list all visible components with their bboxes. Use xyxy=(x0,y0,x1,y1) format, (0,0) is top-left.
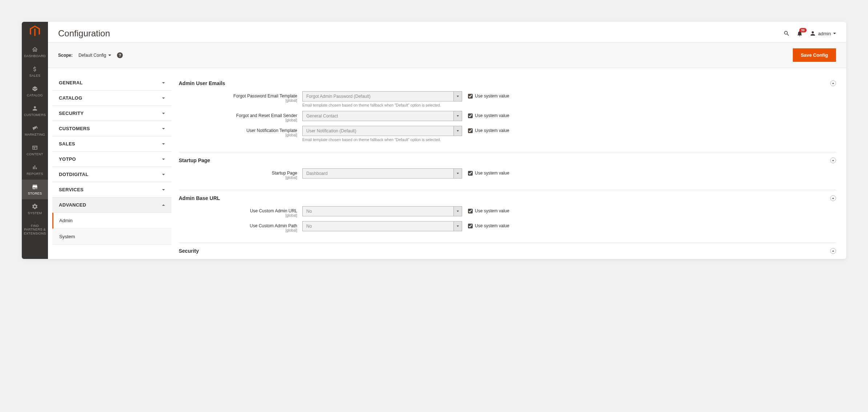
gear-icon xyxy=(32,203,38,210)
collapse-icon xyxy=(830,80,836,86)
field-row: Use Custom Admin URL[global]NoUse system… xyxy=(179,206,836,217)
search-button[interactable] xyxy=(783,30,790,37)
notifications-button[interactable]: 39 xyxy=(796,30,803,37)
section-admin-user-emails: Admin User Emails Forgot Password Email … xyxy=(179,75,836,152)
use-system-value[interactable]: Use system value xyxy=(462,206,509,213)
select-input[interactable]: No xyxy=(302,206,462,216)
config-tab-services[interactable]: SERVICES xyxy=(52,182,171,197)
field-label: Forgot Password Email Template xyxy=(179,93,297,99)
field-label: Use Custom Admin URL xyxy=(179,208,297,213)
nav-find-partners-extensions[interactable]: FIND PARTNERS & EXTENSIONS xyxy=(22,219,48,239)
field-label: Use Custom Admin Path xyxy=(179,223,297,228)
config-tab-yotpo[interactable]: YOTPO xyxy=(52,152,171,167)
field-label: Startup Page xyxy=(179,171,297,176)
chevron-down-icon xyxy=(162,97,165,99)
chevron-up-icon xyxy=(162,204,165,206)
select-input[interactable]: Dashboard xyxy=(302,168,462,179)
field-label: User Notification Template xyxy=(179,128,297,133)
config-tab-advanced[interactable]: ADVANCED xyxy=(52,197,171,213)
section-security: Security xyxy=(179,243,836,259)
chevron-down-icon xyxy=(162,113,165,114)
partners-icon xyxy=(32,222,38,223)
chevron-down-icon xyxy=(162,159,165,160)
nav-stores[interactable]: STORES xyxy=(22,180,48,199)
use-system-checkbox[interactable] xyxy=(468,128,473,133)
user-menu[interactable]: admin xyxy=(810,30,836,37)
help-icon[interactable]: ? xyxy=(117,52,123,58)
nav-reports[interactable]: REPORTS xyxy=(22,160,48,180)
use-system-value[interactable]: Use system value xyxy=(462,168,509,176)
select-input[interactable]: General Contact xyxy=(302,111,462,121)
chevron-down-icon xyxy=(162,189,165,191)
field-note: Email template chosen based on theme fal… xyxy=(302,103,462,107)
section-header[interactable]: Admin User Emails xyxy=(179,75,836,91)
use-system-checkbox[interactable] xyxy=(468,209,473,213)
config-tab-customers[interactable]: CUSTOMERS xyxy=(52,121,171,136)
notification-badge: 39 xyxy=(799,28,807,32)
dropdown-button[interactable] xyxy=(453,206,462,216)
section-header[interactable]: Startup Page xyxy=(179,152,836,168)
nav-customers[interactable]: CUSTOMERS xyxy=(22,101,48,121)
config-main: Admin User Emails Forgot Password Email … xyxy=(171,68,846,259)
config-tab-dotdigital[interactable]: DOTDIGITAL xyxy=(52,167,171,182)
field-label: Forgot and Reset Email Sender xyxy=(179,113,297,118)
section-admin-base-url: Admin Base URL Use Custom Admin URL[glob… xyxy=(179,190,836,243)
config-tab-catalog[interactable]: CATALOG xyxy=(52,91,171,106)
dropdown-button[interactable] xyxy=(453,221,462,231)
chevron-down-icon xyxy=(162,82,165,84)
use-system-value[interactable]: Use system value xyxy=(462,221,509,228)
select-input[interactable]: Forgot Admin Password (Default) xyxy=(302,91,462,101)
config-nav: GENERALCATALOGSECURITYCUSTOMERSSALESYOTP… xyxy=(48,68,171,259)
dropdown-button[interactable] xyxy=(453,91,462,101)
nav-content[interactable]: CONTENT xyxy=(22,140,48,160)
use-system-checkbox[interactable] xyxy=(468,94,473,99)
collapse-icon xyxy=(830,157,836,163)
megaphone-icon xyxy=(32,125,38,131)
nav-dashboard[interactable]: DASHBOARD xyxy=(22,42,48,62)
chevron-down-icon xyxy=(162,143,165,145)
use-system-value[interactable]: Use system value xyxy=(462,126,509,133)
nav-sales[interactable]: SALES xyxy=(22,62,48,81)
config-tab-general[interactable]: GENERAL xyxy=(52,75,171,91)
use-system-value[interactable]: Use system value xyxy=(462,111,509,118)
field-row: Forgot Password Email Template[global]Fo… xyxy=(179,91,836,107)
config-tab-security[interactable]: SECURITY xyxy=(52,106,171,121)
caret-down-icon xyxy=(108,55,111,56)
scope-select[interactable]: Default Config xyxy=(78,53,111,58)
dollar-icon xyxy=(32,66,38,72)
magento-logo xyxy=(22,22,48,42)
user-icon xyxy=(810,30,816,37)
field-row: Use Custom Admin Path[global]NoUse syste… xyxy=(179,221,836,232)
collapse-icon xyxy=(830,248,836,254)
config-sub-system[interactable]: System xyxy=(52,229,171,245)
use-system-value[interactable]: Use system value xyxy=(462,91,509,99)
config-sub-admin[interactable]: Admin xyxy=(52,213,171,229)
collapse-icon xyxy=(830,195,836,201)
section-header[interactable]: Security xyxy=(179,243,836,259)
select-input[interactable]: User Notification (Default) xyxy=(302,126,462,136)
page-header: Configuration 39 admin xyxy=(48,22,846,42)
save-config-button[interactable]: Save Config xyxy=(793,48,836,62)
nav-system[interactable]: SYSTEM xyxy=(22,199,48,219)
dropdown-button[interactable] xyxy=(453,126,462,136)
scope-bar: Scope: Default Config ? Save Config xyxy=(48,42,846,68)
person-icon xyxy=(32,105,38,112)
dropdown-button[interactable] xyxy=(453,111,462,121)
store-icon xyxy=(32,184,38,190)
nav-marketing[interactable]: MARKETING xyxy=(22,121,48,140)
select-input[interactable]: No xyxy=(302,221,462,231)
chevron-down-icon xyxy=(162,128,165,129)
use-system-checkbox[interactable] xyxy=(468,171,473,176)
field-row: User Notification Template[global]User N… xyxy=(179,126,836,142)
use-system-checkbox[interactable] xyxy=(468,113,473,118)
caret-down-icon xyxy=(833,33,836,34)
chart-icon xyxy=(32,164,38,171)
field-note: Email template chosen based on theme fal… xyxy=(302,137,462,142)
user-name: admin xyxy=(818,31,831,36)
section-header[interactable]: Admin Base URL xyxy=(179,190,836,206)
dropdown-button[interactable] xyxy=(453,168,462,179)
use-system-checkbox[interactable] xyxy=(468,224,473,228)
nav-catalog[interactable]: CATALOG xyxy=(22,81,48,101)
chevron-down-icon xyxy=(162,174,165,175)
config-tab-sales[interactable]: SALES xyxy=(52,136,171,152)
